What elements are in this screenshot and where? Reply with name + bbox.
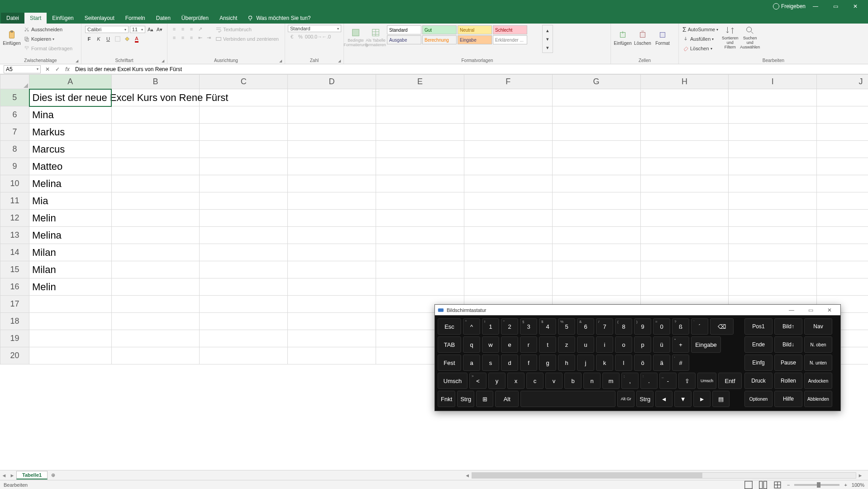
name-box[interactable]: A5▾ [4,65,41,73]
osk-key[interactable]: °^ [463,318,480,335]
column-header[interactable]: B [111,75,200,89]
cell[interactable] [288,210,376,227]
osk-key[interactable]: '# [672,355,689,371]
cut-button[interactable]: Ausschneiden [23,25,73,34]
osk-key[interactable]: `´ [691,318,708,335]
cell[interactable] [200,192,288,210]
cell[interactable] [817,244,868,261]
view-page-layout-button[interactable] [758,481,768,489]
cell[interactable] [729,89,817,106]
osk-key[interactable]: )9 [634,318,651,335]
cell[interactable] [376,210,464,227]
osk-key[interactable]: ◄ [655,391,672,407]
row-header[interactable]: 14 [0,244,29,261]
cell[interactable]: Milan [29,261,111,278]
bold-button[interactable]: F [85,35,93,43]
cell[interactable] [288,330,376,347]
cell[interactable] [288,141,376,158]
align-top-button[interactable]: ≡ [170,25,178,33]
row-header[interactable]: 13 [0,227,29,244]
cell[interactable]: Melin [29,278,111,296]
cell[interactable] [552,106,640,124]
cell[interactable]: Dies ist der neue Excel Kurs von Rene Fü… [29,89,111,106]
styles-scroll-down[interactable]: ▾ [544,35,552,43]
cell[interactable] [288,124,376,141]
osk-key[interactable]: i [596,336,613,353]
border-button[interactable] [114,35,122,43]
decrease-indent-button[interactable]: ⇤ [196,34,204,42]
osk-key[interactable]: z [558,336,575,353]
cell[interactable] [288,106,376,124]
tab-einfügen[interactable]: Einfügen [47,13,79,24]
cell[interactable] [817,192,868,210]
font-size-select[interactable]: 11▾ [130,26,145,33]
cell[interactable]: Mina [29,106,111,124]
row-header[interactable]: 9 [0,158,29,175]
cell[interactable] [111,313,200,330]
cell[interactable] [200,313,288,330]
osk-key[interactable]: Optionen [744,391,773,407]
osk-key[interactable]: g [539,355,556,371]
cell[interactable] [817,106,868,124]
osk-key[interactable]: p [634,336,651,353]
align-right-button[interactable]: ≡ [187,34,196,42]
dialog-launcher-icon[interactable]: ◢ [76,59,78,63]
dialog-launcher-icon[interactable]: ◢ [338,59,341,63]
cell[interactable] [288,313,376,330]
osk-key[interactable]: o [615,336,632,353]
cell[interactable] [200,296,288,313]
fill-button[interactable]: Ausfüllen▾ [682,34,719,43]
cell[interactable] [817,227,868,244]
cell[interactable] [552,158,640,175]
osk-key[interactable]: ▼ [674,391,692,407]
cell[interactable] [729,210,817,227]
wrap-text-button[interactable]: Textumbruch [215,25,280,34]
tell-me[interactable]: Was möchten Sie tun? [243,13,315,24]
merge-button[interactable]: Verbinden und zentrieren [215,34,280,43]
cell[interactable] [464,158,552,175]
cell[interactable] [29,313,111,330]
cell[interactable]: Mia [29,192,111,210]
minimize-button[interactable]: — [806,0,825,13]
cell[interactable] [729,192,817,210]
cell[interactable] [200,158,288,175]
osk-key[interactable]: s [482,355,499,371]
osk-titlebar[interactable]: Bildschirmtastatur — ▭ ✕ [435,305,840,316]
column-header[interactable]: H [640,75,729,89]
row-header[interactable]: 10 [0,175,29,192]
cancel-edit-button[interactable]: ✕ [43,66,52,72]
osk-key[interactable]: x [507,373,525,389]
cell[interactable] [111,227,200,244]
osk-key[interactable]: Alt Gr [617,391,634,407]
confirm-edit-button[interactable]: ✓ [52,66,62,72]
osk-key[interactable]: :. [640,373,658,389]
cell[interactable]: Markus [29,124,111,141]
osk-key[interactable]: &6 [577,318,594,335]
cell[interactable] [552,278,640,296]
decrease-font-button[interactable]: A▾ [156,25,163,34]
cell[interactable] [640,261,729,278]
format-as-table-button[interactable]: Als Tabelle formatieren [367,25,385,50]
osk-key[interactable]: j [577,355,594,371]
cell[interactable] [817,124,868,141]
cell[interactable] [200,261,288,278]
cell[interactable] [376,278,464,296]
font-color-button[interactable]: A [133,35,141,43]
cell-style-option[interactable]: Gut [422,25,457,34]
fill-color-button[interactable] [123,35,131,43]
column-header[interactable]: A [29,75,111,89]
osk-key[interactable]: ▤ [712,391,730,407]
cell[interactable] [552,244,640,261]
tab-start[interactable]: Start [24,13,47,24]
cell[interactable] [640,175,729,192]
insert-function-button[interactable]: fx [62,66,72,72]
cell[interactable] [111,278,200,296]
align-center-button[interactable]: ≡ [179,34,187,42]
zoom-slider[interactable] [794,484,839,486]
currency-button[interactable]: € [288,33,296,41]
column-header[interactable]: D [288,75,376,89]
cell[interactable] [376,158,464,175]
osk-key[interactable]: /7 [596,318,613,335]
share-button[interactable]: Freigeben [781,3,806,10]
osk-key[interactable]: (8 [615,318,632,335]
